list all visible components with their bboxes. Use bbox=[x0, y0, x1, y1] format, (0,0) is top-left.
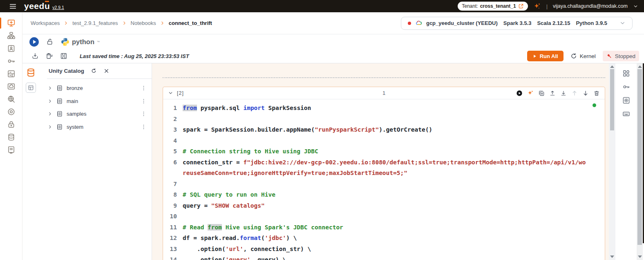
user-email[interactable]: vijaya.challagundla@modak.com bbox=[553, 3, 628, 9]
keyboard-icon[interactable] bbox=[622, 110, 630, 118]
close-icon[interactable] bbox=[103, 68, 110, 74]
code-line: 13 .option('url', connection_str) \ bbox=[163, 244, 604, 255]
unity-catalog-icon[interactable] bbox=[26, 67, 36, 78]
clear-outputs-icon[interactable] bbox=[46, 52, 53, 60]
export-icon[interactable] bbox=[31, 52, 39, 60]
catalog-item-bronze[interactable]: bronze bbox=[39, 82, 152, 95]
table-browser-icon[interactable] bbox=[26, 83, 36, 93]
run-all-button[interactable]: Run All bbox=[527, 51, 564, 61]
cell-toolbar bbox=[516, 90, 600, 96]
hamburger-menu-icon[interactable] bbox=[9, 2, 17, 10]
catalog-item-main[interactable]: main bbox=[39, 95, 152, 108]
duplicate-cell-icon[interactable] bbox=[538, 90, 545, 96]
code-line: 11# Read from Hive using Spark's JDBC co… bbox=[163, 222, 604, 233]
chevron-right-icon[interactable] bbox=[48, 86, 52, 90]
catalog-item-system[interactable]: system bbox=[39, 121, 152, 134]
page-scrollbar[interactable] bbox=[637, 63, 643, 260]
move-down-icon[interactable] bbox=[582, 90, 589, 96]
code-line: 1from pyspark.sql import SparkSession bbox=[163, 103, 604, 114]
code-text: .option('url', connection_str) \ bbox=[183, 244, 311, 255]
metastore-icon[interactable] bbox=[0, 133, 22, 141]
run-cell-icon[interactable] bbox=[516, 90, 523, 96]
catalog-header: Unity Catalog bbox=[39, 63, 152, 78]
version-link[interactable]: v2.9.1 bbox=[52, 5, 64, 10]
right-rail bbox=[615, 63, 637, 260]
code-line: 2 bbox=[163, 114, 604, 125]
ai-sparkle-icon[interactable] bbox=[533, 2, 541, 10]
cluster-status-dot bbox=[408, 22, 411, 25]
unlock-icon[interactable] bbox=[46, 38, 54, 46]
left-sidebar bbox=[0, 12, 22, 260]
breadcrumb-item[interactable]: test_2.9.1_features bbox=[72, 20, 118, 26]
kebab-menu-icon[interactable] bbox=[141, 85, 147, 91]
audit-icon[interactable] bbox=[0, 108, 22, 116]
kebab-menu-icon[interactable] bbox=[141, 98, 147, 104]
notebook-toolbar: python™ bbox=[22, 34, 644, 49]
delete-cell-icon[interactable] bbox=[593, 90, 600, 96]
code-text: # Connection string to Hive using JDBC bbox=[183, 146, 318, 157]
ai-assist-icon[interactable] bbox=[527, 90, 534, 96]
workspace-icon[interactable] bbox=[0, 19, 22, 27]
access-key-icon[interactable] bbox=[622, 83, 630, 91]
breadcrumb-item[interactable]: Notebooks bbox=[131, 20, 156, 26]
scrollbar-thumb[interactable] bbox=[610, 69, 614, 130]
scroll-down-arrow[interactable] bbox=[610, 256, 614, 258]
credentials-icon[interactable] bbox=[0, 44, 22, 53]
top-bar: yeedu v2.9.1 Tenant: cross_tenant_1 | vi… bbox=[0, 0, 644, 12]
kebab-menu-icon[interactable] bbox=[141, 111, 147, 117]
chevron-right-icon[interactable] bbox=[48, 99, 52, 103]
collapse-cell-icon[interactable] bbox=[168, 90, 173, 96]
trademark: ™ bbox=[97, 40, 100, 43]
chevron-down-icon[interactable] bbox=[633, 4, 638, 9]
run-notebook-button[interactable] bbox=[29, 37, 39, 47]
scroll-down-arrow[interactable] bbox=[638, 256, 642, 258]
widgets-icon[interactable] bbox=[622, 69, 630, 77]
catalog-item-samples[interactable]: samples bbox=[39, 108, 152, 121]
yeedu-logo[interactable]: yeedu v2.9.1 bbox=[24, 1, 64, 11]
settings-icon[interactable] bbox=[622, 96, 630, 104]
catalog-icon bbox=[56, 85, 63, 92]
editor-scrollbar[interactable] bbox=[609, 63, 615, 260]
code-line: reuseSameConn=true;ignoreHttpVerify=true… bbox=[163, 168, 604, 179]
scroll-up-arrow[interactable] bbox=[638, 65, 642, 68]
line-number: 1 bbox=[163, 103, 177, 114]
notebooks-icon[interactable] bbox=[0, 146, 22, 154]
unity-catalog-panel: Unity Catalog bronze main samples bbox=[39, 63, 152, 260]
upload-icon[interactable] bbox=[549, 90, 556, 96]
execution-count: [2] bbox=[177, 90, 184, 96]
chevron-right-icon[interactable] bbox=[48, 125, 52, 129]
chevron-down-icon[interactable] bbox=[619, 20, 626, 26]
network-icon[interactable] bbox=[0, 95, 22, 103]
security-icon[interactable] bbox=[0, 120, 22, 129]
main-area: Workspaces test_2.9.1_features Notebooks… bbox=[22, 12, 644, 63]
kebab-menu-icon[interactable] bbox=[141, 124, 147, 130]
line-number: 14 bbox=[163, 254, 177, 260]
refresh-icon[interactable] bbox=[91, 68, 97, 74]
secrets-icon[interactable] bbox=[0, 57, 22, 65]
topbar-right: Tenant: cross_tenant_1 | vijaya.challagu… bbox=[458, 2, 638, 11]
clusters-icon[interactable] bbox=[0, 31, 22, 40]
download-icon[interactable] bbox=[560, 90, 567, 96]
code-editor[interactable]: 1from pyspark.sql import SparkSession23s… bbox=[163, 99, 604, 260]
tenant-pill[interactable]: Tenant: cross_tenant_1 bbox=[458, 2, 528, 11]
python-logo-icon bbox=[61, 38, 69, 46]
move-up-icon[interactable] bbox=[571, 90, 578, 96]
save-icon[interactable] bbox=[60, 52, 67, 60]
kernel-status-badge: Stopped bbox=[603, 51, 639, 61]
external-link-icon[interactable] bbox=[518, 3, 524, 9]
cluster-selector[interactable]: gcp_yeedu_cluster (YEEDU) Spark 3.5.3 Sc… bbox=[401, 17, 633, 30]
cloud-storage-icon[interactable] bbox=[0, 82, 22, 91]
scrollbar-thumb[interactable] bbox=[637, 69, 642, 245]
scroll-up-arrow[interactable] bbox=[610, 65, 614, 68]
catalog-list: bronze main samples system bbox=[39, 79, 152, 133]
volumes-icon[interactable] bbox=[0, 69, 22, 78]
chevron-right-icon[interactable] bbox=[48, 112, 52, 116]
save-bar-right: Run All Kernel Stopped bbox=[527, 51, 639, 61]
breadcrumb-item[interactable]: Workspaces bbox=[31, 20, 60, 26]
language-label: python bbox=[72, 38, 94, 46]
tenant-value: cross_tenant_1 bbox=[480, 3, 516, 9]
add-cell-divider[interactable] bbox=[163, 77, 605, 78]
language-indicator: python™ bbox=[61, 38, 100, 46]
kernel-restart-button[interactable]: Kernel bbox=[570, 53, 596, 59]
refresh-icon bbox=[570, 53, 577, 59]
